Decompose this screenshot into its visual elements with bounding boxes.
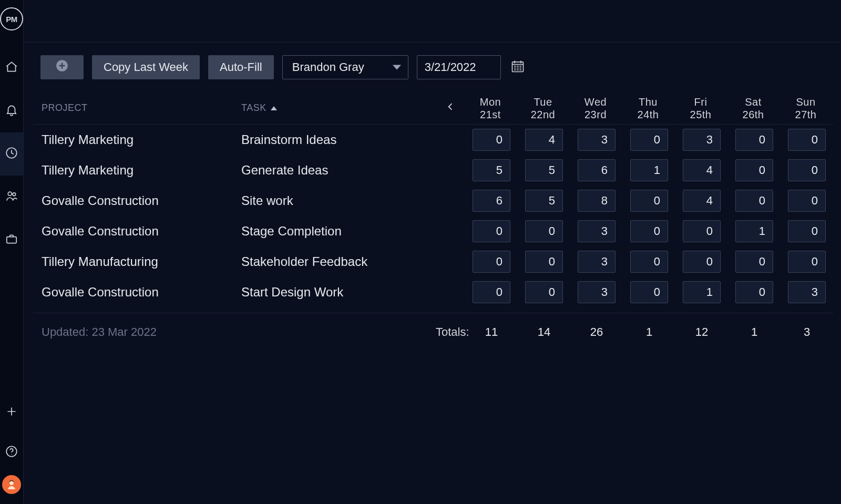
hours-input[interactable] (788, 281, 826, 303)
main: Copy Last Week Auto-Fill Brandon Gray (24, 0, 841, 504)
total-cell: 14 (518, 325, 570, 339)
topbar (24, 0, 841, 43)
hours-input[interactable] (525, 129, 563, 151)
hours-input[interactable] (578, 129, 616, 151)
hours-input[interactable] (630, 159, 668, 181)
day-header-dom: 24th (623, 108, 673, 121)
day-header-dom: 27th (781, 108, 831, 121)
hours-input[interactable] (525, 281, 563, 303)
cell-hours (675, 251, 728, 273)
day-header-dow: Sun (781, 96, 831, 108)
cell-hours (781, 251, 833, 273)
day-header: Sun27th (781, 96, 833, 121)
hours-input[interactable] (630, 190, 668, 212)
cell-hours (465, 251, 518, 273)
sidebar-item-help[interactable] (0, 433, 23, 472)
sidebar-item-timesheets[interactable] (0, 132, 23, 176)
sidebar-bottom (0, 393, 23, 504)
hours-input[interactable] (788, 251, 826, 273)
auto-fill-button[interactable]: Auto-Fill (208, 55, 274, 79)
cell-hours (570, 281, 623, 303)
hours-input[interactable] (683, 251, 721, 273)
day-header-dow: Tue (518, 96, 568, 108)
hours-input[interactable] (473, 159, 510, 181)
sidebar-item-work[interactable] (0, 219, 23, 262)
sidebar-item-add[interactable] (0, 393, 23, 433)
day-header-dow: Thu (623, 96, 673, 108)
cell-project: Govalle Construction (42, 285, 241, 300)
hours-input[interactable] (683, 129, 721, 151)
hours-input[interactable] (788, 220, 826, 242)
table-row: Govalle ConstructionStart Design Work (33, 277, 833, 307)
hours-input[interactable] (683, 190, 721, 212)
hours-input[interactable] (578, 281, 616, 303)
sidebar-item-home[interactable] (0, 46, 23, 89)
add-entry-button[interactable] (40, 55, 84, 79)
hours-input[interactable] (578, 251, 616, 273)
hours-input[interactable] (788, 159, 826, 181)
hours-input[interactable] (683, 281, 721, 303)
chevron-left-icon (445, 101, 456, 115)
copy-last-week-button[interactable]: Copy Last Week (92, 55, 200, 79)
hours-input[interactable] (473, 281, 510, 303)
hours-input[interactable] (630, 220, 668, 242)
hours-input[interactable] (735, 220, 773, 242)
bell-icon (5, 103, 18, 119)
sidebar-item-notifications[interactable] (0, 89, 23, 132)
calendar-button[interactable] (509, 59, 526, 76)
table-row: Tillery ManufacturingStakeholder Feedbac… (33, 246, 833, 277)
avatar (2, 475, 21, 494)
hours-input[interactable] (683, 220, 721, 242)
cell-hours (518, 220, 570, 242)
hours-input[interactable] (735, 281, 773, 303)
svg-point-5 (11, 454, 12, 455)
hours-input[interactable] (473, 129, 510, 151)
hours-input[interactable] (630, 251, 668, 273)
totals-label: Totals: (436, 325, 465, 339)
sort-asc-icon (271, 106, 277, 110)
hours-input[interactable] (473, 190, 510, 212)
day-header-dom: 22nd (518, 108, 568, 121)
hours-input[interactable] (683, 159, 721, 181)
hours-input[interactable] (788, 190, 826, 212)
day-header-dom: 25th (675, 108, 726, 121)
day-header-dom: 26th (728, 108, 778, 121)
sidebar-item-profile[interactable] (0, 472, 23, 504)
hours-input[interactable] (473, 220, 510, 242)
column-header-task[interactable]: TASK (241, 102, 436, 114)
date-input[interactable] (417, 55, 501, 79)
hours-input[interactable] (525, 220, 563, 242)
hours-input[interactable] (735, 190, 773, 212)
sidebar-item-team[interactable] (0, 176, 23, 219)
hours-input[interactable] (578, 190, 616, 212)
prev-week-button[interactable] (436, 101, 465, 115)
total-cell: 1 (623, 325, 675, 339)
cell-hours (465, 190, 518, 212)
hours-input[interactable] (578, 220, 616, 242)
cell-hours (465, 129, 518, 151)
user-select[interactable]: Brandon Gray (282, 55, 408, 79)
column-header-project[interactable]: PROJECT (42, 102, 241, 114)
total-cell: 11 (465, 325, 518, 339)
home-icon (5, 60, 18, 76)
cell-hours (675, 190, 728, 212)
hours-input[interactable] (788, 129, 826, 151)
sidebar: PM (0, 0, 24, 504)
cell-task: Generate Ideas (241, 163, 436, 178)
help-icon (5, 445, 18, 460)
calendar-icon (510, 59, 525, 76)
hours-input[interactable] (630, 129, 668, 151)
hours-input[interactable] (630, 281, 668, 303)
hours-input[interactable] (735, 159, 773, 181)
hours-input[interactable] (735, 129, 773, 151)
day-header: Tue22nd (518, 96, 570, 121)
hours-input[interactable] (735, 251, 773, 273)
hours-input[interactable] (473, 251, 510, 273)
hours-input[interactable] (525, 159, 563, 181)
hours-input[interactable] (525, 251, 563, 273)
cell-hours (728, 251, 781, 273)
hours-input[interactable] (578, 159, 616, 181)
cell-hours (675, 129, 728, 151)
hours-input[interactable] (525, 190, 563, 212)
app-logo[interactable]: PM (0, 7, 23, 30)
